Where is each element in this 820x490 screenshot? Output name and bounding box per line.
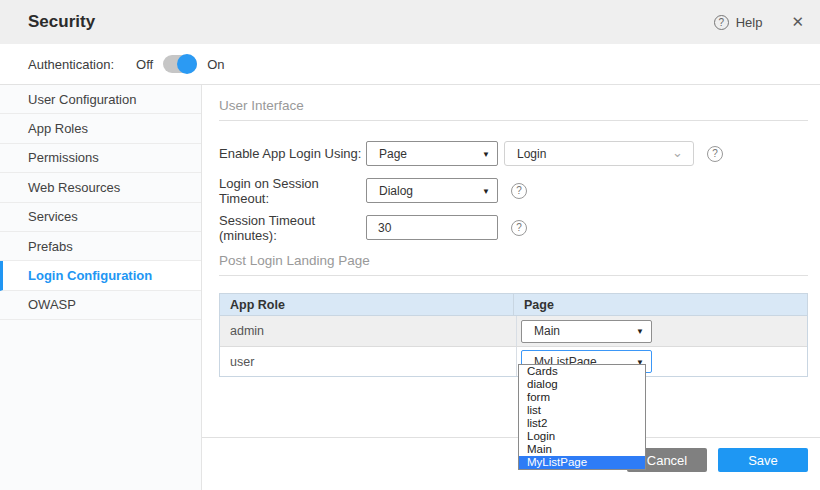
table-row: user MyListPage ▼ [220, 346, 807, 376]
select-arrow-icon: ▼ [636, 327, 644, 336]
column-header-page: Page [513, 294, 807, 315]
admin-page-select[interactable]: Main ▼ [521, 320, 652, 343]
login-settings-form: Enable App Login Using: Page ▼ Login ⌄ ?… [219, 141, 808, 240]
post-login-table: App Role Page admin Main ▼ user MyListPa… [219, 293, 808, 377]
page-dropdown-menu: Cards dialog form list list2 Login Main … [518, 364, 646, 470]
timeout-mode-select[interactable]: Dialog ▼ [366, 178, 498, 203]
authentication-label: Authentication: [28, 57, 114, 72]
session-timeout-mode-row: Login on Session Timeout: Dialog ▼ ? [219, 178, 808, 203]
dropdown-option-list2[interactable]: list2 [519, 417, 645, 430]
login-on-timeout-label: Login on Session Timeout: [219, 176, 366, 206]
help-icon[interactable]: ? [714, 15, 729, 30]
sidebar-item-permissions[interactable]: Permissions [0, 144, 201, 173]
select-arrow-icon: ▼ [482, 186, 490, 195]
session-timeout-input[interactable] [366, 215, 498, 240]
sidebar-item-user-configuration[interactable]: User Configuration [0, 85, 201, 114]
login-page-combobox[interactable]: Login ⌄ [504, 141, 694, 166]
login-page-value: Login [517, 147, 546, 161]
dropdown-option-dialog[interactable]: dialog [519, 378, 645, 391]
authentication-toggle[interactable] [163, 55, 197, 73]
footer-bar: Cancel Save [202, 437, 820, 472]
section-title-post-login: Post Login Landing Page [219, 253, 808, 268]
section-title-user-interface: User Interface [219, 98, 808, 113]
header-actions: ? Help ✕ [714, 13, 804, 31]
sidebar-item-prefabs[interactable]: Prefabs [0, 232, 201, 261]
login-mode-select[interactable]: Page ▼ [366, 141, 498, 166]
close-icon[interactable]: ✕ [791, 13, 804, 31]
column-header-app-role: App Role [220, 294, 513, 315]
chevron-down-icon: ⌄ [672, 145, 683, 160]
help-label[interactable]: Help [736, 15, 763, 30]
session-timeout-row: Session Timeout (minutes): ? [219, 215, 808, 240]
login-mode-value: Page [379, 147, 407, 161]
page-cell: Main ▼ [516, 316, 807, 346]
content-panel: User Interface Enable App Login Using: P… [202, 85, 820, 490]
footer-buttons: Cancel Save [202, 438, 820, 472]
select-arrow-icon: ▼ [482, 149, 490, 158]
dropdown-option-mylistpage[interactable]: MyListPage [519, 456, 645, 469]
toggle-off-label: Off [136, 57, 153, 72]
table-row: admin Main ▼ [220, 316, 807, 346]
admin-page-value: Main [534, 324, 560, 338]
section-divider [219, 275, 808, 276]
help-icon[interactable]: ? [511, 220, 527, 236]
timeout-mode-value: Dialog [379, 184, 413, 198]
window-header: Security ? Help ✕ [0, 0, 820, 44]
authentication-bar: Authentication: Off On [0, 44, 820, 85]
help-icon[interactable]: ? [707, 146, 723, 162]
dropdown-option-login[interactable]: Login [519, 430, 645, 443]
session-timeout-label: Session Timeout (minutes): [219, 213, 366, 243]
toggle-knob [177, 54, 197, 74]
enable-app-login-label: Enable App Login Using: [219, 146, 366, 161]
main-layout: User Configuration App Roles Permissions… [0, 85, 820, 490]
sidebar-item-owasp[interactable]: OWASP [0, 291, 201, 320]
app-role-cell: user [220, 347, 516, 376]
page-title: Security [28, 12, 95, 32]
table-header-row: App Role Page [220, 294, 807, 316]
dropdown-option-cards[interactable]: Cards [519, 365, 645, 378]
sidebar-item-login-configuration[interactable]: Login Configuration [0, 261, 201, 290]
toggle-on-label: On [207, 57, 224, 72]
dropdown-option-form[interactable]: form [519, 391, 645, 404]
app-role-cell: admin [220, 316, 516, 346]
save-button[interactable]: Save [718, 448, 808, 472]
sidebar-item-services[interactable]: Services [0, 203, 201, 232]
dropdown-option-list[interactable]: list [519, 404, 645, 417]
help-icon[interactable]: ? [511, 183, 527, 199]
sidebar-item-app-roles[interactable]: App Roles [0, 114, 201, 143]
dropdown-option-main[interactable]: Main [519, 443, 645, 456]
section-divider [219, 120, 808, 121]
sidebar-item-web-resources[interactable]: Web Resources [0, 173, 201, 202]
enable-app-login-row: Enable App Login Using: Page ▼ Login ⌄ ? [219, 141, 808, 166]
sidebar: User Configuration App Roles Permissions… [0, 85, 202, 490]
